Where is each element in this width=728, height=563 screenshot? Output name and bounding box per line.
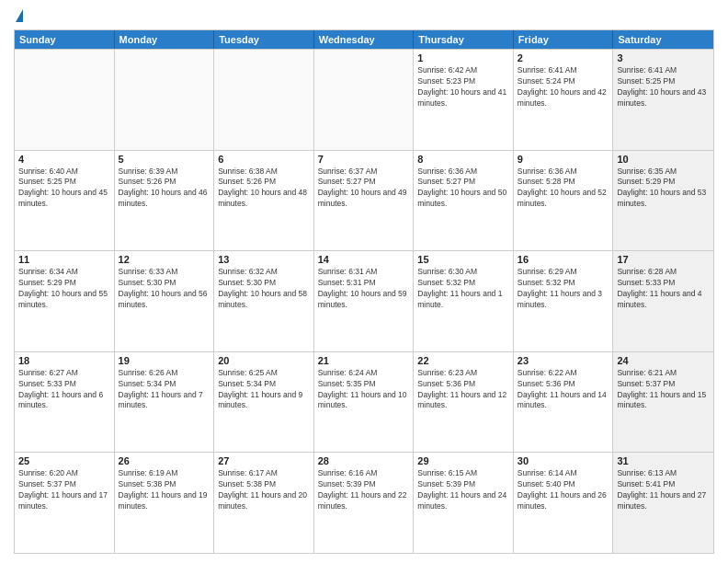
calendar-cell: 22Sunrise: 6:23 AMSunset: 5:36 PMDayligh…: [414, 352, 514, 453]
day-info: Sunrise: 6:29 AMSunset: 5:32 PMDaylight:…: [518, 267, 609, 311]
calendar-cell: 19Sunrise: 6:26 AMSunset: 5:34 PMDayligh…: [115, 352, 215, 453]
day-info: Sunrise: 6:24 AMSunset: 5:35 PMDaylight:…: [318, 368, 410, 412]
day-info: Sunrise: 6:34 AMSunset: 5:29 PMDaylight:…: [18, 267, 110, 311]
day-number: 9: [518, 154, 609, 165]
day-number: 16: [518, 254, 609, 265]
calendar-cell: 14Sunrise: 6:31 AMSunset: 5:31 PMDayligh…: [314, 251, 415, 351]
day-number: 21: [318, 355, 410, 366]
calendar-cell: 24Sunrise: 6:21 AMSunset: 5:37 PMDayligh…: [613, 352, 713, 453]
calendar-cell: 20Sunrise: 6:25 AMSunset: 5:34 PMDayligh…: [214, 352, 314, 453]
day-number: 18: [18, 355, 110, 366]
day-number: 26: [119, 455, 210, 466]
calendar-cell: [214, 50, 314, 150]
day-info: Sunrise: 6:41 AMSunset: 5:24 PMDaylight:…: [518, 65, 609, 109]
day-info: Sunrise: 6:35 AMSunset: 5:29 PMDaylight:…: [617, 167, 710, 211]
calendar-cell: 1Sunrise: 6:42 AMSunset: 5:23 PMDaylight…: [414, 50, 514, 150]
day-number: 12: [119, 254, 210, 265]
day-number: 31: [617, 455, 710, 466]
calendar-cell: 5Sunrise: 6:39 AMSunset: 5:26 PMDaylight…: [115, 151, 215, 251]
weekday-header: Tuesday: [214, 30, 314, 49]
day-info: Sunrise: 6:33 AMSunset: 5:30 PMDaylight:…: [119, 267, 210, 311]
day-info: Sunrise: 6:19 AMSunset: 5:38 PMDaylight:…: [119, 468, 210, 512]
calendar-cell: 10Sunrise: 6:35 AMSunset: 5:29 PMDayligh…: [613, 151, 713, 251]
calendar-row: 4Sunrise: 6:40 AMSunset: 5:25 PMDaylight…: [15, 150, 713, 251]
calendar: SundayMondayTuesdayWednesdayThursdayFrid…: [14, 29, 714, 554]
weekday-header: Sunday: [15, 30, 115, 49]
weekday-header: Saturday: [613, 30, 713, 49]
day-info: Sunrise: 6:26 AMSunset: 5:34 PMDaylight:…: [119, 368, 210, 412]
calendar-row: 1Sunrise: 6:42 AMSunset: 5:23 PMDaylight…: [15, 49, 713, 150]
day-number: 11: [18, 254, 110, 265]
day-info: Sunrise: 6:23 AMSunset: 5:36 PMDaylight:…: [417, 368, 509, 412]
calendar-header: SundayMondayTuesdayWednesdayThursdayFrid…: [15, 30, 713, 49]
day-number: 14: [318, 254, 410, 265]
day-number: 27: [218, 455, 310, 466]
calendar-cell: 27Sunrise: 6:17 AMSunset: 5:38 PMDayligh…: [214, 453, 314, 553]
day-info: Sunrise: 6:15 AMSunset: 5:39 PMDaylight:…: [417, 468, 509, 512]
calendar-cell: 13Sunrise: 6:32 AMSunset: 5:30 PMDayligh…: [214, 251, 314, 351]
calendar-cell: 17Sunrise: 6:28 AMSunset: 5:33 PMDayligh…: [613, 251, 713, 351]
day-number: 22: [417, 355, 509, 366]
page: SundayMondayTuesdayWednesdayThursdayFrid…: [0, 0, 728, 563]
day-number: 1: [417, 52, 509, 63]
calendar-cell: 18Sunrise: 6:27 AMSunset: 5:33 PMDayligh…: [15, 352, 115, 453]
calendar-cell: 25Sunrise: 6:20 AMSunset: 5:37 PMDayligh…: [15, 453, 115, 553]
calendar-cell: [15, 50, 115, 150]
day-info: Sunrise: 6:37 AMSunset: 5:27 PMDaylight:…: [318, 167, 410, 211]
calendar-cell: 16Sunrise: 6:29 AMSunset: 5:32 PMDayligh…: [514, 251, 614, 351]
day-number: 19: [119, 355, 210, 366]
day-info: Sunrise: 6:14 AMSunset: 5:40 PMDaylight:…: [518, 468, 609, 512]
day-number: 28: [318, 455, 410, 466]
day-info: Sunrise: 6:28 AMSunset: 5:33 PMDaylight:…: [617, 267, 710, 311]
day-info: Sunrise: 6:30 AMSunset: 5:32 PMDaylight:…: [417, 267, 509, 311]
day-info: Sunrise: 6:41 AMSunset: 5:25 PMDaylight:…: [617, 65, 710, 109]
day-number: 6: [218, 154, 310, 165]
calendar-cell: 6Sunrise: 6:38 AMSunset: 5:26 PMDaylight…: [214, 151, 314, 251]
calendar-cell: 29Sunrise: 6:15 AMSunset: 5:39 PMDayligh…: [414, 453, 514, 553]
day-number: 13: [218, 254, 310, 265]
calendar-cell: [115, 50, 215, 150]
day-info: Sunrise: 6:17 AMSunset: 5:38 PMDaylight:…: [218, 468, 310, 512]
logo-triangle-icon: [16, 9, 23, 22]
day-info: Sunrise: 6:38 AMSunset: 5:26 PMDaylight:…: [218, 167, 310, 211]
day-number: 4: [18, 154, 110, 165]
calendar-cell: 11Sunrise: 6:34 AMSunset: 5:29 PMDayligh…: [15, 251, 115, 351]
weekday-header: Friday: [514, 30, 614, 49]
calendar-body: 1Sunrise: 6:42 AMSunset: 5:23 PMDaylight…: [15, 49, 713, 553]
day-info: Sunrise: 6:40 AMSunset: 5:25 PMDaylight:…: [18, 167, 110, 211]
calendar-cell: 30Sunrise: 6:14 AMSunset: 5:40 PMDayligh…: [514, 453, 614, 553]
day-info: Sunrise: 6:39 AMSunset: 5:26 PMDaylight:…: [119, 167, 210, 211]
day-number: 15: [417, 254, 509, 265]
day-info: Sunrise: 6:32 AMSunset: 5:30 PMDaylight:…: [218, 267, 310, 311]
calendar-cell: 28Sunrise: 6:16 AMSunset: 5:39 PMDayligh…: [314, 453, 415, 553]
day-info: Sunrise: 6:42 AMSunset: 5:23 PMDaylight:…: [417, 65, 509, 109]
calendar-row: 18Sunrise: 6:27 AMSunset: 5:33 PMDayligh…: [15, 351, 713, 453]
day-number: 25: [18, 455, 110, 466]
day-info: Sunrise: 6:16 AMSunset: 5:39 PMDaylight:…: [318, 468, 410, 512]
header: [14, 9, 714, 24]
calendar-cell: 2Sunrise: 6:41 AMSunset: 5:24 PMDaylight…: [514, 50, 614, 150]
day-info: Sunrise: 6:13 AMSunset: 5:41 PMDaylight:…: [617, 468, 710, 512]
weekday-header: Monday: [115, 30, 215, 49]
calendar-cell: 23Sunrise: 6:22 AMSunset: 5:36 PMDayligh…: [514, 352, 614, 453]
weekday-header: Wednesday: [314, 30, 415, 49]
day-number: 8: [417, 154, 509, 165]
calendar-cell: 26Sunrise: 6:19 AMSunset: 5:38 PMDayligh…: [115, 453, 215, 553]
day-info: Sunrise: 6:20 AMSunset: 5:37 PMDaylight:…: [18, 468, 110, 512]
day-number: 24: [617, 355, 710, 366]
logo: [14, 9, 23, 24]
day-number: 30: [518, 455, 609, 466]
day-number: 17: [617, 254, 710, 265]
day-number: 20: [218, 355, 310, 366]
day-info: Sunrise: 6:25 AMSunset: 5:34 PMDaylight:…: [218, 368, 310, 412]
calendar-cell: 4Sunrise: 6:40 AMSunset: 5:25 PMDaylight…: [15, 151, 115, 251]
day-number: 3: [617, 52, 710, 63]
calendar-cell: 15Sunrise: 6:30 AMSunset: 5:32 PMDayligh…: [414, 251, 514, 351]
day-info: Sunrise: 6:21 AMSunset: 5:37 PMDaylight:…: [617, 368, 710, 412]
calendar-cell: 7Sunrise: 6:37 AMSunset: 5:27 PMDaylight…: [314, 151, 415, 251]
calendar-cell: [314, 50, 415, 150]
day-number: 7: [318, 154, 410, 165]
calendar-cell: 9Sunrise: 6:36 AMSunset: 5:28 PMDaylight…: [514, 151, 614, 251]
day-info: Sunrise: 6:31 AMSunset: 5:31 PMDaylight:…: [318, 267, 410, 311]
day-info: Sunrise: 6:22 AMSunset: 5:36 PMDaylight:…: [518, 368, 609, 412]
